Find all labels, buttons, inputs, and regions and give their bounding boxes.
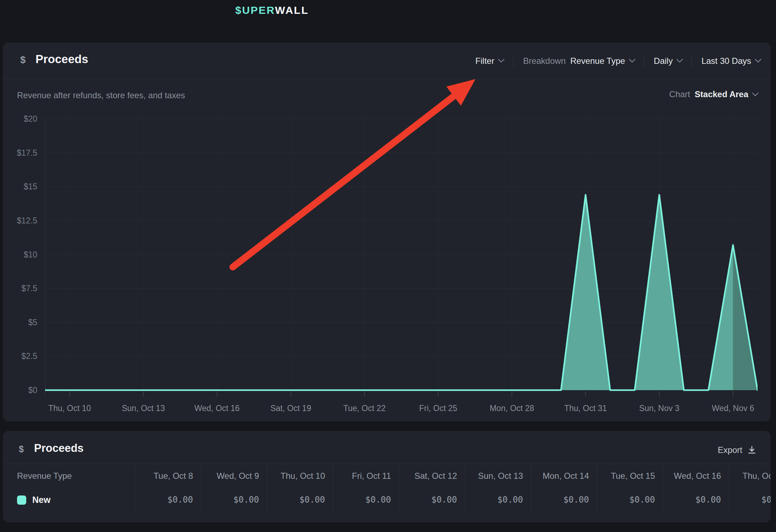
y-axis-tick-label: $17.5 [4, 148, 37, 158]
column-header-date: Fri, Oct 11 [333, 464, 399, 488]
download-icon [747, 445, 756, 455]
y-axis-tick-label: $0 [4, 386, 37, 395]
logo-accent-text: $UPER [235, 4, 275, 16]
chart-y-axis-labels: $20$17.5$15$12.5$10$7.5$5$2.5$0 [3, 117, 41, 394]
x-axis-tick-label: Wed, Oct 16 [182, 404, 253, 413]
table-value-cell: $0.00 [135, 488, 201, 512]
breakdown-label: Breakdown [523, 56, 566, 66]
column-header-date: Thu, Oct 17 [729, 464, 771, 488]
chart-card-title: Proceeds [35, 52, 88, 66]
column-header-date: Wed, Oct 9 [201, 464, 267, 488]
y-axis-tick-label: $2.5 [4, 351, 37, 361]
y-axis-tick-label: $12.5 [4, 216, 37, 226]
y-axis-tick-label: $7.5 [4, 284, 37, 293]
chart-toolbar: Filter Breakdown Revenue Type Daily Last… [466, 43, 760, 79]
proceeds-table-card: $ Proceeds Export Revenue TypeTue, Oct 8… [3, 431, 771, 522]
x-axis-tick-label: Sun, Nov 3 [624, 404, 695, 413]
y-axis-tick-label: $5 [4, 318, 37, 327]
date-range-value: Last 30 Days [701, 56, 751, 66]
granularity-dropdown[interactable]: Daily [644, 56, 692, 66]
x-axis-tick-label: Thu, Oct 31 [550, 404, 621, 413]
column-header-date: Tue, Oct 15 [597, 464, 663, 488]
x-axis-tick-label: Wed, Nov 6 [698, 404, 769, 413]
column-header-revenue-type: Revenue Type [3, 464, 135, 488]
column-header-date: Sat, Oct 12 [399, 464, 465, 488]
y-axis-tick-label: $10 [4, 250, 37, 260]
table-value-cell: $0.00 [729, 488, 771, 512]
chevron-down-icon [755, 56, 761, 62]
card-header-divider [3, 79, 771, 79]
chevron-down-icon [676, 56, 683, 62]
table-value-cell: $0.00 [663, 488, 729, 512]
column-header-date: Wed, Oct 16 [663, 464, 729, 488]
x-axis-tick-label: Sat, Oct 19 [255, 404, 326, 413]
x-axis-tick-label: Fri, Oct 25 [403, 404, 474, 413]
x-axis-tick-label: Mon, Oct 28 [477, 404, 547, 413]
export-label: Export [718, 445, 742, 455]
x-axis-tick-label: Thu, Oct 10 [34, 404, 105, 413]
table-value-cell: $0.00 [267, 488, 333, 512]
column-header-date: Thu, Oct 10 [267, 464, 333, 488]
table-value-cell: $0.00 [399, 488, 465, 512]
chart-type-label: Chart [669, 89, 690, 99]
date-range-dropdown[interactable]: Last 30 Days [692, 56, 760, 66]
table-value-cell: $0.00 [201, 488, 267, 512]
table-row: New$0.00$0.00$0.00$0.00$0.00$0.00$0.00$0… [3, 488, 771, 512]
filter-label: Filter [475, 56, 494, 66]
x-axis-tick-label: Tue, Oct 22 [329, 404, 400, 413]
chart-plot-area [45, 117, 758, 398]
chevron-down-icon [629, 56, 635, 62]
top-nav-bar: $UPERWALL [0, 0, 776, 43]
table-card-title: Proceeds [34, 442, 84, 455]
dollar-icon: $ [20, 55, 26, 66]
breakdown-value: Revenue Type [570, 56, 625, 66]
chevron-down-icon [752, 90, 758, 96]
x-axis-tick-label: Sun, Oct 13 [108, 404, 179, 413]
chart-x-axis-labels: Thu, Oct 10Sun, Oct 13Wed, Oct 16Sat, Oc… [45, 401, 758, 416]
table-header-row: Revenue TypeTue, Oct 8Wed, Oct 9Thu, Oct… [3, 464, 771, 488]
dollar-icon: $ [19, 444, 24, 454]
column-header-date: Tue, Oct 8 [135, 464, 201, 488]
proceeds-table: Revenue TypeTue, Oct 8Wed, Oct 9Thu, Oct… [3, 464, 771, 512]
chart-type-value: Stacked Area [695, 89, 748, 99]
chart-subtitle: Revenue after refunds, store fees, and t… [17, 90, 185, 100]
superwall-logo[interactable]: $UPERWALL [235, 4, 309, 16]
column-header-date: Mon, Oct 14 [531, 464, 597, 488]
granularity-value: Daily [654, 56, 673, 66]
filter-dropdown[interactable]: Filter [466, 56, 513, 66]
column-header-date: Sun, Oct 13 [465, 464, 531, 488]
y-axis-tick-label: $20 [4, 114, 37, 124]
stacked-area-chart [45, 117, 758, 398]
table-value-cell: $0.00 [333, 488, 399, 512]
table-value-cell: $0.00 [597, 488, 663, 512]
series-swatch-new [17, 495, 26, 505]
y-axis-tick-label: $15 [4, 182, 37, 192]
breakdown-dropdown[interactable]: Breakdown Revenue Type [513, 56, 644, 66]
series-name-new: New [32, 488, 50, 512]
export-button[interactable]: Export [718, 445, 756, 455]
table-value-cell: $0.00 [531, 488, 597, 512]
logo-rest-text: WALL [275, 4, 309, 16]
proceeds-chart-card: $ Proceeds Filter Breakdown Revenue Type… [3, 43, 771, 421]
table-row-label-cell: New [3, 488, 135, 512]
chart-area-series-new [45, 195, 758, 390]
table-value-cell: $0.00 [465, 488, 531, 512]
chart-type-dropdown[interactable]: Chart Stacked Area [669, 89, 758, 99]
chevron-down-icon [498, 56, 504, 62]
